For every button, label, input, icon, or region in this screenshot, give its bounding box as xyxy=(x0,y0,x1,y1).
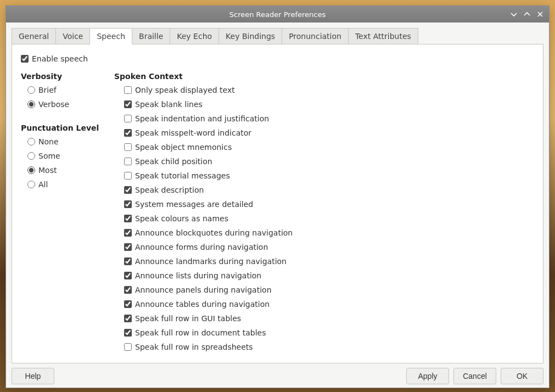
context-checkbox-speak-full-row-in-gui-tables[interactable] xyxy=(124,315,132,322)
context-checkbox-announce-tables-during-navigation[interactable] xyxy=(124,300,132,308)
context-option-speak-child-position[interactable]: Speak child position xyxy=(114,154,534,169)
context-option-announce-lists-during-navigation[interactable]: Announce lists during navigation xyxy=(114,268,534,283)
context-checkbox-speak-misspelt-word-indicator[interactable] xyxy=(124,129,132,137)
context-checkbox-announce-panels-during-navigation[interactable] xyxy=(124,286,132,294)
enable-speech-checkbox[interactable] xyxy=(21,55,29,63)
context-option-speak-colours-as-names[interactable]: Speak colours as names xyxy=(114,211,534,226)
context-label: Speak misspelt-word indicator xyxy=(135,127,251,139)
context-option-speak-description[interactable]: Speak description xyxy=(114,183,534,197)
context-checkbox-announce-landmarks-during-navigation[interactable] xyxy=(124,257,132,265)
context-option-announce-landmarks-during-navigation[interactable]: Announce landmarks during navigation xyxy=(114,254,534,268)
punctuation-label: Some xyxy=(38,150,60,162)
context-option-speak-blank-lines[interactable]: Speak blank lines xyxy=(114,97,534,111)
verbosity-radio-brief[interactable] xyxy=(27,86,35,94)
context-label: Speak indentation and justification xyxy=(135,113,269,125)
minimize-button[interactable] xyxy=(508,9,519,20)
context-option-announce-panels-during-navigation[interactable]: Announce panels during navigation xyxy=(114,283,534,297)
preferences-window: Screen Reader Preferences GeneralVoiceSp… xyxy=(5,5,550,388)
context-checkbox-speak-blank-lines[interactable] xyxy=(124,100,132,108)
context-option-announce-tables-during-navigation[interactable]: Announce tables during navigation xyxy=(114,297,534,311)
punctuation-radio-most[interactable] xyxy=(27,166,35,174)
context-option-system-messages-are-detailed[interactable]: System messages are detailed xyxy=(114,197,534,211)
verbosity-label: Brief xyxy=(38,84,57,96)
context-checkbox-system-messages-are-detailed[interactable] xyxy=(124,200,132,208)
context-label: Announce tables during navigation xyxy=(135,298,270,310)
context-label: Announce panels during navigation xyxy=(135,284,272,296)
tab-speech[interactable]: Speech xyxy=(89,28,132,44)
context-option-speak-indentation-and-justification[interactable]: Speak indentation and justification xyxy=(114,111,534,126)
punctuation-label: Most xyxy=(38,164,57,176)
verbosity-group: BriefVerbose xyxy=(21,83,114,111)
context-option-speak-full-row-in-gui-tables[interactable]: Speak full row in GUI tables xyxy=(114,311,534,326)
context-checkbox-speak-full-row-in-document-tables[interactable] xyxy=(124,329,132,337)
context-option-announce-blockquotes-during-navigation[interactable]: Announce blockquotes during navigation xyxy=(114,226,534,240)
spoken-context-group: Only speak displayed textSpeak blank lin… xyxy=(114,83,534,354)
tab-braille[interactable]: Braille xyxy=(132,28,170,44)
context-option-speak-full-row-in-document-tables[interactable]: Speak full row in document tables xyxy=(114,326,534,340)
spoken-context-title: Spoken Context xyxy=(114,72,534,81)
context-label: Speak child position xyxy=(135,155,212,167)
context-label: Speak full row in GUI tables xyxy=(135,312,241,324)
punctuation-option-most[interactable]: Most xyxy=(21,163,114,177)
context-checkbox-announce-forms-during-navigation[interactable] xyxy=(124,243,132,251)
titlebar[interactable]: Screen Reader Preferences xyxy=(6,6,549,23)
punctuation-radio-some[interactable] xyxy=(27,152,35,160)
tab-key-echo[interactable]: Key Echo xyxy=(170,28,219,44)
verbosity-label: Verbose xyxy=(38,98,69,110)
context-option-only-speak-displayed-text[interactable]: Only speak displayed text xyxy=(114,83,534,97)
context-checkbox-announce-lists-during-navigation[interactable] xyxy=(124,272,132,279)
context-option-speak-tutorial-messages[interactable]: Speak tutorial messages xyxy=(114,169,534,183)
context-checkbox-speak-object-mnemonics[interactable] xyxy=(124,143,132,151)
context-label: Announce lists during navigation xyxy=(135,270,261,282)
tab-panel-speech: Enable speech Verbosity BriefVerbose Pun… xyxy=(12,44,543,363)
punctuation-option-all[interactable]: All xyxy=(21,177,114,192)
context-checkbox-speak-child-position[interactable] xyxy=(124,158,132,165)
help-button[interactable]: Help xyxy=(12,368,54,384)
enable-speech-label: Enable speech xyxy=(32,54,88,63)
context-label: Speak description xyxy=(135,184,204,196)
context-label: Speak full row in spreadsheets xyxy=(135,341,253,353)
context-checkbox-speak-indentation-and-justification[interactable] xyxy=(124,115,132,122)
window-controls xyxy=(508,6,546,23)
tab-general[interactable]: General xyxy=(12,28,56,44)
context-checkbox-speak-full-row-in-spreadsheets[interactable] xyxy=(124,343,132,351)
dialog-footer: Help Apply Cancel OK xyxy=(12,363,543,384)
context-checkbox-announce-blockquotes-during-navigation[interactable] xyxy=(124,229,132,237)
maximize-button[interactable] xyxy=(522,9,532,20)
ok-button[interactable]: OK xyxy=(501,368,543,384)
punctuation-radio-all[interactable] xyxy=(27,181,35,188)
punctuation-option-none[interactable]: None xyxy=(21,135,114,149)
cancel-button[interactable]: Cancel xyxy=(453,368,496,384)
tab-pronunciation[interactable]: Pronunciation xyxy=(282,28,349,44)
punctuation-option-some[interactable]: Some xyxy=(21,149,114,163)
context-label: System messages are detailed xyxy=(135,198,253,210)
punctuation-label: None xyxy=(38,136,59,148)
punctuation-title: Punctuation Level xyxy=(21,124,114,132)
client-area: GeneralVoiceSpeechBrailleKey EchoKey Bin… xyxy=(6,23,549,389)
context-label: Announce forms during navigation xyxy=(135,241,268,253)
context-label: Speak colours as names xyxy=(135,212,228,225)
verbosity-option-verbose[interactable]: Verbose xyxy=(21,97,114,111)
apply-button[interactable]: Apply xyxy=(406,368,449,384)
punctuation-label: All xyxy=(38,178,48,191)
enable-speech-option[interactable]: Enable speech xyxy=(21,54,534,63)
verbosity-option-brief[interactable]: Brief xyxy=(21,83,114,97)
context-checkbox-only-speak-displayed-text[interactable] xyxy=(124,86,132,94)
window-title: Screen Reader Preferences xyxy=(229,10,326,19)
context-label: Announce blockquotes during navigation xyxy=(135,227,293,239)
context-option-speak-misspelt-word-indicator[interactable]: Speak misspelt-word indicator xyxy=(114,126,534,140)
context-checkbox-speak-tutorial-messages[interactable] xyxy=(124,172,132,180)
context-checkbox-speak-colours-as-names[interactable] xyxy=(124,215,132,222)
tab-voice[interactable]: Voice xyxy=(55,28,90,44)
punctuation-radio-none[interactable] xyxy=(27,138,35,145)
context-option-speak-object-mnemonics[interactable]: Speak object mnemonics xyxy=(114,140,534,154)
close-button[interactable] xyxy=(535,9,546,20)
context-option-announce-forms-during-navigation[interactable]: Announce forms during navigation xyxy=(114,240,534,254)
context-label: Speak blank lines xyxy=(135,98,203,110)
verbosity-radio-verbose[interactable] xyxy=(27,100,35,108)
tabbar: GeneralVoiceSpeechBrailleKey EchoKey Bin… xyxy=(12,28,543,44)
context-checkbox-speak-description[interactable] xyxy=(124,186,132,194)
context-option-speak-full-row-in-spreadsheets[interactable]: Speak full row in spreadsheets xyxy=(114,340,534,354)
tab-text-attributes[interactable]: Text Attributes xyxy=(348,28,418,44)
tab-key-bindings[interactable]: Key Bindings xyxy=(218,28,282,44)
